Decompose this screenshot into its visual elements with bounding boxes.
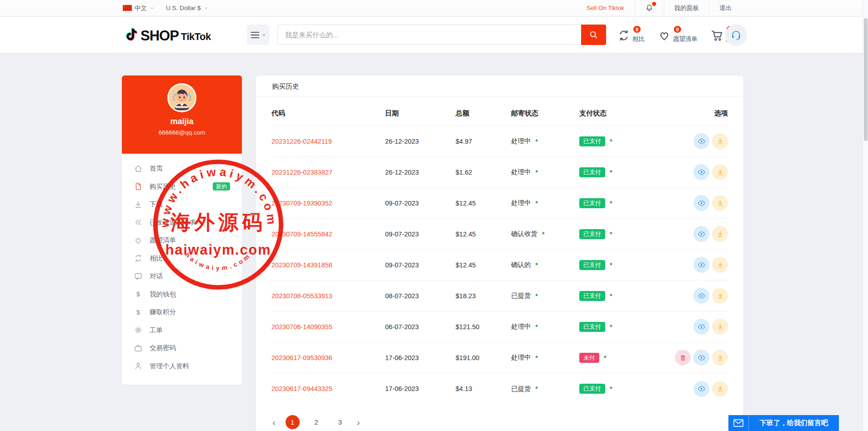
language-label: 中文 (135, 4, 147, 12)
sidebar-item-chat[interactable]: 对话 (122, 267, 242, 286)
order-code-link[interactable]: 20230617-09530936 (271, 354, 332, 361)
eye-icon (697, 199, 706, 207)
my-panel-link[interactable]: 我的面板 (664, 0, 709, 16)
eye-icon (697, 354, 706, 362)
download-invoice-button[interactable] (712, 195, 728, 211)
sidebar-item-ticket[interactable]: 工单 (122, 321, 242, 340)
view-order-button[interactable] (693, 381, 709, 397)
logout-link[interactable]: 退出 (709, 0, 742, 16)
sidebar-item-label: 工单 (150, 326, 163, 335)
sidebar-item-refund-request[interactable]: 已发送退款请求 (122, 214, 242, 232)
sidebar-item-points[interactable]: $ 赚取积分 (122, 303, 242, 321)
view-order-button[interactable] (693, 226, 709, 242)
view-order-button[interactable] (693, 350, 709, 366)
view-order-button[interactable] (693, 288, 709, 304)
eye-icon (697, 323, 706, 331)
order-code-link[interactable]: 20230709-14391858 (271, 261, 332, 269)
sidebar-item-wishlist[interactable]: 愿望清单 (122, 231, 242, 250)
status-asterisk: * (536, 169, 538, 176)
pagination-prev[interactable]: ‹ (272, 418, 276, 427)
category-menu-button[interactable] (247, 25, 270, 45)
currency-selector[interactable]: U.S. Dollar $ (166, 5, 208, 11)
view-order-button[interactable] (693, 195, 709, 211)
page-title: 购买历史 (256, 75, 743, 97)
language-selector[interactable]: 中文 (123, 4, 154, 12)
wishlist-count-badge: 0 (673, 25, 682, 34)
compare-button[interactable]: 0 相比 (617, 25, 645, 43)
status-asterisk: * (610, 138, 612, 145)
sidebar-item-compare[interactable]: 相比 (122, 250, 242, 268)
china-flag-icon (123, 5, 132, 11)
order-code-link[interactable]: 20231226-02442119 (271, 138, 332, 145)
order-code-link[interactable]: 20230709-19390352 (271, 200, 332, 207)
pagination-next[interactable]: › (357, 418, 360, 427)
download-invoice-button[interactable] (712, 288, 728, 304)
profile-icon (134, 361, 143, 371)
payment-status-badge: 已支付 (579, 167, 605, 177)
order-code-link[interactable]: 20230617-09443325 (271, 385, 332, 392)
wishlist-button[interactable]: 0 愿望清单 (657, 25, 697, 43)
order-code-link[interactable]: 20231226-02383827 (271, 169, 332, 176)
order-date: 08-07-2023 (385, 292, 456, 300)
notification-bell[interactable] (634, 0, 664, 16)
trash-icon (679, 354, 687, 361)
sell-on-tiktok-link[interactable]: Sell On Tiktok (577, 0, 634, 16)
logo-shop-text: SHOP (140, 28, 179, 44)
search-button[interactable] (581, 25, 606, 45)
order-code-link[interactable]: 20230709-14555842 (271, 231, 332, 238)
download-icon (717, 169, 724, 176)
view-order-button[interactable] (693, 257, 709, 273)
leave-message-bar[interactable]: 下班了，给我们留言吧 (728, 415, 839, 431)
sidebar-item-profile[interactable]: 管理个人资料 (122, 357, 242, 376)
download-invoice-button[interactable] (712, 133, 728, 149)
download-icon (717, 385, 724, 392)
download-invoice-button[interactable] (712, 164, 728, 180)
sidebar-item-home[interactable]: 首页 (122, 160, 242, 178)
pagination-page-2[interactable]: 2 (310, 418, 323, 426)
scrollbar-thumb[interactable] (864, 18, 868, 141)
pagination-page-1[interactable]: 1 (286, 415, 300, 429)
payment-status-badge: 已支付 (579, 322, 605, 332)
download-invoice-button[interactable] (712, 257, 728, 273)
sidebar-item-label: 管理个人资料 (150, 362, 189, 371)
shop-logo[interactable]: SHOP TikTok (123, 26, 211, 44)
eye-icon (697, 168, 706, 176)
view-order-button[interactable] (693, 164, 709, 180)
status-asterisk: * (536, 138, 538, 145)
shipping-status: 确认的 (511, 261, 531, 269)
download-invoice-button[interactable] (712, 381, 728, 397)
download-invoice-button[interactable] (712, 226, 728, 242)
eye-icon (697, 230, 706, 238)
sidebar-menu: 首页 购买历史 新的 下载 已发送退款请求 愿望清单 相比 对话 $ 我的钱包 … (122, 154, 242, 385)
compare-label: 相比 (632, 35, 645, 43)
view-order-button[interactable] (693, 319, 709, 335)
order-date: 26-12-2023 (385, 169, 456, 176)
order-amount: $121.50 (456, 323, 511, 331)
order-code-link[interactable]: 20230708-05533913 (271, 292, 332, 300)
table-row: 20231226-02383827 26-12-2023 $1.62 处理中 *… (271, 157, 728, 188)
view-order-button[interactable] (693, 133, 709, 149)
order-date: 09-07-2023 (385, 200, 456, 207)
search-input[interactable] (277, 25, 581, 45)
sidebar-item-wallet[interactable]: $ 我的钱包 (122, 286, 242, 304)
order-amount: $1.62 (456, 169, 511, 176)
download-icon (717, 200, 724, 207)
delete-order-button[interactable] (675, 350, 691, 366)
pagination-page-3[interactable]: 3 (333, 418, 347, 426)
order-code-link[interactable]: 20230706-14090355 (271, 323, 332, 331)
order-date: 06-07-2023 (385, 323, 456, 331)
order-date: 09-07-2023 (385, 231, 456, 238)
sidebar-item-purchase-history[interactable]: 购买历史 新的 (122, 178, 242, 196)
svg-text:$: $ (136, 308, 140, 316)
chevron-down-icon (204, 6, 208, 10)
support-button[interactable] (725, 24, 747, 46)
download-invoice-button[interactable] (712, 319, 728, 335)
sidebar-item-download[interactable]: 下载 (122, 195, 242, 214)
currency-label: U.S. Dollar $ (166, 5, 201, 11)
points-icon: $ (134, 308, 143, 317)
sidebar-item-tx-password[interactable]: 交易密码 (122, 339, 242, 357)
sidebar-item-label: 交易密码 (150, 344, 176, 352)
page-scrollbar[interactable] (863, 0, 868, 431)
download-invoice-button[interactable] (712, 350, 728, 366)
heart-icon (657, 29, 671, 42)
